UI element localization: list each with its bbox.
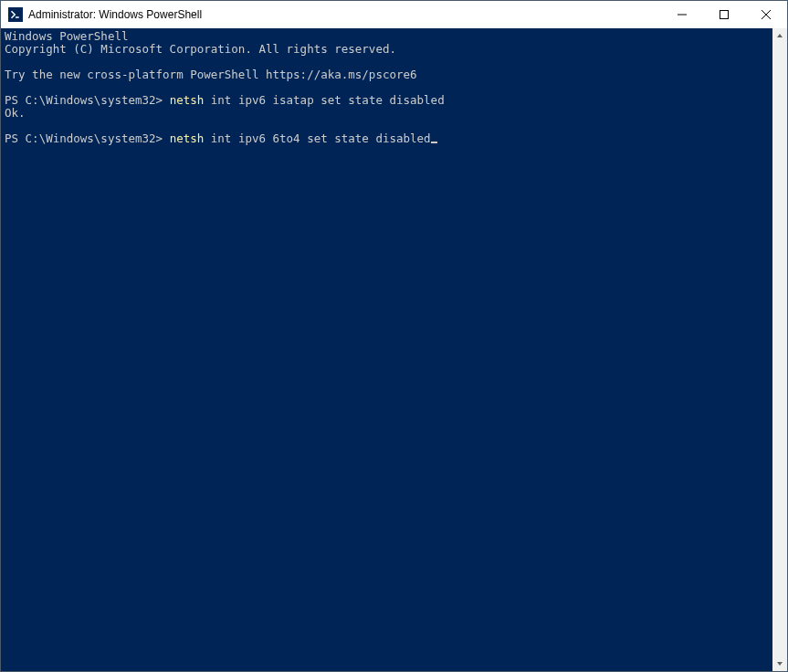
blank-line bbox=[5, 120, 772, 132]
maximize-button[interactable] bbox=[703, 1, 745, 28]
cursor bbox=[431, 142, 437, 143]
window-title: Administrator: Windows PowerShell bbox=[28, 8, 661, 21]
powershell-window: Administrator: Windows PowerShell Window… bbox=[0, 0, 788, 672]
banner-line: Try the new cross-platform PowerShell ht… bbox=[5, 68, 772, 81]
blank-line bbox=[5, 81, 772, 94]
svg-rect-1 bbox=[720, 11, 729, 19]
banner-line: Copyright (C) Microsoft Corporation. All… bbox=[5, 43, 772, 56]
prompt-text: PS C:\Windows\system32> bbox=[5, 131, 170, 145]
window-controls bbox=[661, 1, 787, 28]
scroll-up-arrow-icon[interactable] bbox=[772, 28, 787, 43]
blank-line bbox=[5, 56, 772, 68]
command-args: int ipv6 6to4 set state disabled bbox=[204, 131, 430, 145]
banner-line: Windows PowerShell bbox=[5, 30, 772, 43]
prompt-text: PS C:\Windows\system32> bbox=[5, 93, 170, 107]
titlebar[interactable]: Administrator: Windows PowerShell bbox=[1, 1, 787, 28]
terminal-output[interactable]: Windows PowerShellCopyright (C) Microsof… bbox=[1, 28, 772, 671]
command-keyword: netsh bbox=[170, 93, 205, 107]
command-keyword: netsh bbox=[170, 131, 205, 145]
minimize-button[interactable] bbox=[661, 1, 703, 28]
scroll-down-arrow-icon[interactable] bbox=[772, 656, 787, 671]
command-args: int ipv6 isatap set state disabled bbox=[204, 93, 444, 107]
terminal-area: Windows PowerShellCopyright (C) Microsof… bbox=[1, 28, 787, 671]
prompt-line: PS C:\Windows\system32> netsh int ipv6 6… bbox=[5, 132, 772, 145]
vertical-scrollbar[interactable] bbox=[772, 28, 787, 671]
close-button[interactable] bbox=[745, 1, 787, 28]
prompt-line: PS C:\Windows\system32> netsh int ipv6 i… bbox=[5, 94, 772, 107]
output-line: Ok. bbox=[5, 107, 772, 120]
powershell-icon bbox=[8, 7, 23, 22]
